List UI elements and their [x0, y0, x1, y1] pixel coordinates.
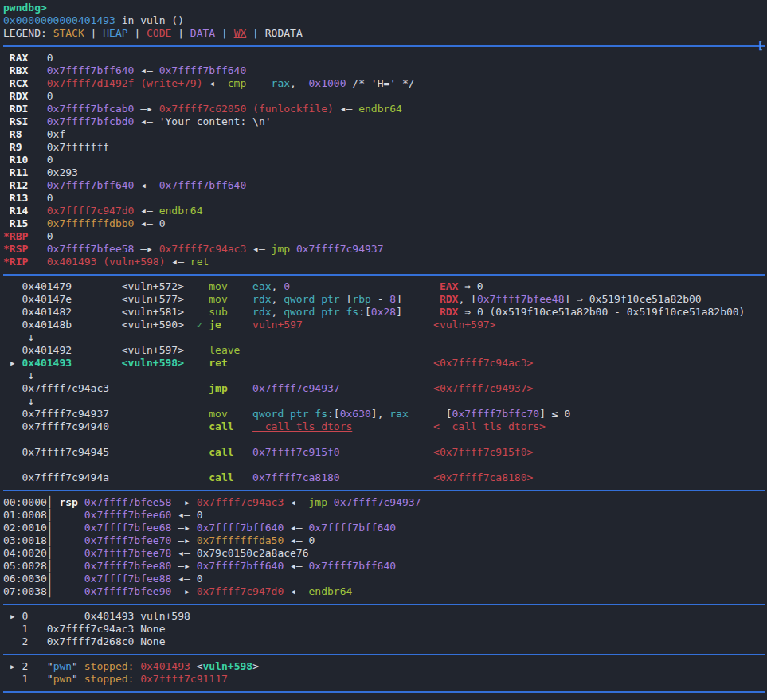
token: 06:0030│: [3, 573, 84, 585]
token: endbr64: [358, 103, 402, 115]
token: [28, 115, 46, 127]
token: 07:0038│: [3, 585, 84, 597]
token: —▸: [171, 560, 196, 572]
stack-line-3: 03:0018│ 0x7ffff7bfee70 —▸ 0x7fffffffda5…: [3, 534, 767, 547]
token: [72, 357, 122, 369]
disassembly-panel: 0x401479 <vuln+572> mov eax, 0 EAX ⇒ 0 0…: [3, 280, 767, 484]
token: [184, 357, 209, 369]
token: [228, 280, 252, 292]
token: 0x7ffff7bff640: [159, 179, 247, 191]
separator-disasm: [3, 490, 765, 491]
stack-panel: 00:0000│ rsp 0x7ffff7bfee58 —▸ 0x7ffff7c…: [3, 496, 767, 598]
token: ◂— 0: [134, 217, 165, 229]
token: ◂— 0x79c0150c2a8ace76: [171, 547, 308, 559]
token: 0x7ffff7bff640: [309, 522, 397, 534]
stack-line-5: 05:0028│ 0x7ffff7bfee80 —▸ 0x7ffff7bff64…: [3, 560, 767, 573]
token: ▸: [3, 357, 22, 369]
token: [402, 306, 440, 318]
token: <vuln+598>: [122, 357, 184, 369]
token: 0x7ffff7c91117: [140, 673, 228, 685]
separator-registers: [3, 274, 765, 276]
token: 0x7ffff7bfee68: [84, 522, 172, 534]
token: ◂— 0: [171, 509, 202, 521]
token: ◂—: [284, 522, 308, 534]
backtrace-line-1: 1 0x7ffff7c94ac3 None: [3, 623, 767, 635]
token: ]: [396, 293, 402, 305]
token: ◂— 0: [284, 534, 315, 546]
token: RDI: [3, 103, 28, 115]
token: 0x401482 <vuln+581>: [3, 306, 209, 318]
token: ": [72, 660, 84, 672]
token: [228, 357, 433, 369]
threads-panel: ▸ 2 "pwn" stopped: 0x401493 <vuln+598> 1…: [3, 660, 767, 686]
token: R8: [3, 128, 22, 140]
token: rsp: [59, 496, 77, 508]
token: [228, 293, 252, 305]
token: [28, 179, 46, 191]
token: vuln+598: [203, 660, 253, 672]
token: call: [209, 471, 233, 483]
token: [28, 77, 46, 89]
token: —▸: [134, 243, 158, 255]
terminal[interactable]: pwndbg>0x0000000000401493 in vuln ()LEGE…: [0, 0, 767, 700]
token: 0x7ffff7c915f0: [252, 446, 340, 458]
token: 0x7ffff7bff640: [197, 522, 284, 534]
token: R15: [3, 217, 28, 229]
token: 0x7ffff7c9494a: [3, 471, 209, 483]
token: HEAP: [103, 27, 127, 39]
stack-line-2: 02:0010│ 0x7ffff7bfee68 —▸ 0x7ffff7bff64…: [3, 522, 767, 534]
token: je: [209, 319, 221, 330]
registers-line-7: R9 0x7fffffff: [3, 141, 767, 154]
stack-line-1: 01:0008│ 0x7ffff7bfee60 ◂— 0: [3, 509, 767, 522]
token: 2 0x7ffff7d268c0 None: [3, 635, 166, 647]
token: 0: [28, 230, 53, 242]
token: 0x401479 <vuln+572>: [3, 280, 209, 292]
token: 0: [28, 90, 53, 102]
token: [340, 446, 433, 458]
registers-line-16: *RIP 0x401493 (vuln+598) ◂— ret: [3, 256, 767, 268]
token: /* 'H=' */: [346, 77, 415, 89]
token: [28, 103, 46, 115]
token: rdx: [252, 293, 271, 305]
token: endbr64: [309, 585, 353, 597]
registers-line-1: RBX 0x7ffff7bff640 ◂— 0x7ffff7bff640: [3, 65, 767, 77]
token: 0x7ffff7c62050 (funlockfile): [159, 103, 334, 115]
disasm-line-0: 0x401479 <vuln+572> mov eax, 0 EAX ⇒ 0: [3, 280, 767, 293]
disasm-line-3: 0x40148b <vuln+590> ✓ je vuln+597 <vuln+…: [3, 319, 767, 331]
token: —▸: [134, 103, 158, 115]
stack-line-6: 06:0030│ 0x7ffff7bfee88 ◂— 0: [3, 573, 767, 585]
disasm-line-7: ↓: [3, 370, 767, 382]
token: 1 ": [3, 673, 53, 685]
token: [221, 319, 252, 330]
token: in vuln (): [115, 14, 184, 26]
token: 0x7ffff7c947d0: [47, 205, 135, 217]
token: [340, 306, 346, 318]
token: 0x0000000000401493: [3, 14, 115, 26]
disasm-line-14: [3, 459, 767, 471]
token: , [: [458, 293, 476, 305]
token: 0x293: [28, 166, 78, 178]
token: 1 0x7ffff7c94ac3 None: [3, 623, 166, 635]
separator-backtrace: [3, 654, 765, 655]
token: 0x28: [371, 306, 396, 318]
token: ◂—: [334, 103, 358, 115]
token: ,: [272, 306, 284, 318]
token: —▸: [171, 534, 196, 546]
token: 0x401493: [140, 660, 190, 672]
token: ◂—: [284, 585, 308, 597]
token: pwn: [53, 673, 72, 685]
token: [228, 382, 252, 394]
token: 0x401492 <vuln+597>: [3, 344, 209, 356]
token: ] ≤ 0: [539, 408, 570, 420]
token: rax: [389, 408, 408, 420]
token: ▸ 0 0x401493 vuln+598: [3, 610, 190, 622]
token: >: [252, 660, 259, 672]
disasm-line-12: [3, 433, 767, 446]
token: ,: [272, 280, 284, 292]
token: -: [371, 293, 389, 305]
threads-line-0: ▸ 2 "pwn" stopped: 0x401493 <vuln+598>: [3, 660, 767, 673]
disasm-line-4: ↓: [3, 331, 767, 344]
token: 0x7ffff7c94937: [334, 496, 421, 508]
token: mov: [209, 293, 227, 305]
token: <vuln+597>: [433, 319, 495, 330]
